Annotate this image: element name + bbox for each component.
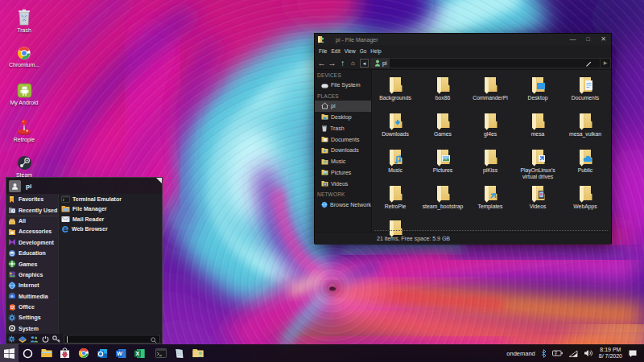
svg-text:O: O (10, 305, 14, 310)
svg-text:X: X (135, 351, 139, 356)
svg-text:W: W (117, 351, 122, 356)
